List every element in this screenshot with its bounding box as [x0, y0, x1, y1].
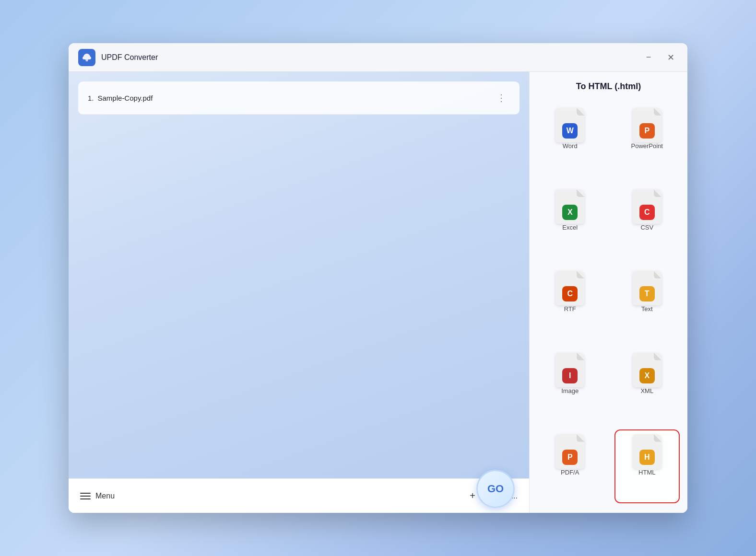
- go-button[interactable]: GO: [476, 470, 515, 508]
- file-icon-rtf: C: [555, 271, 584, 305]
- file-badge-pdfa: P: [562, 450, 578, 465]
- format-item-text[interactable]: T Text: [614, 266, 680, 340]
- format-label-ppt: PowerPoint: [631, 142, 663, 150]
- file-number: 1.: [88, 94, 94, 102]
- file-badge-xml: X: [639, 368, 655, 383]
- file-badge-ppt: P: [639, 123, 655, 139]
- hamburger-icon: [80, 493, 91, 499]
- title-bar: UPDF Converter − ✕: [69, 43, 687, 72]
- app-window: UPDF Converter − ✕ 1. Sample-Copy.pdf ⋮: [69, 43, 687, 513]
- minimize-button[interactable]: −: [641, 50, 656, 65]
- file-name: Sample-Copy.pdf: [98, 94, 493, 102]
- file-badge-html: H: [639, 450, 655, 465]
- format-item-word[interactable]: W Word: [537, 103, 603, 177]
- format-label-rtf: RTF: [564, 305, 576, 313]
- file-list: 1. Sample-Copy.pdf ⋮: [78, 81, 520, 115]
- close-button[interactable]: ✕: [663, 50, 678, 65]
- plus-icon: +: [470, 490, 475, 501]
- format-grid: W Word P PowerPoint X Excel C CSV C RTF …: [537, 103, 680, 503]
- format-item-html[interactable]: H HTML: [614, 429, 680, 503]
- format-label-pdfa: PDF/A: [561, 469, 579, 476]
- format-label-image: Image: [561, 387, 579, 394]
- file-options-button[interactable]: ⋮: [493, 90, 510, 105]
- file-icon-word: W: [555, 108, 584, 142]
- file-icon-csv: C: [633, 189, 662, 224]
- app-title: UPDF Converter: [101, 53, 641, 62]
- format-label-html: HTML: [638, 469, 655, 476]
- format-label-csv: CSV: [640, 224, 653, 231]
- format-label-text: Text: [641, 305, 653, 313]
- file-icon-pdfa: P: [555, 434, 584, 469]
- file-icon-text: T: [633, 271, 662, 305]
- file-icon-image: I: [555, 353, 584, 387]
- format-item-xml[interactable]: X XML: [614, 348, 680, 422]
- format-item-ppt[interactable]: P PowerPoint: [614, 103, 680, 177]
- file-badge-image: I: [562, 368, 578, 383]
- hamburger-line-2: [80, 496, 91, 497]
- left-outer-wrapper: 1. Sample-Copy.pdf ⋮ Menu: [69, 72, 529, 513]
- file-badge-rtf: C: [562, 286, 578, 301]
- window-controls: − ✕: [641, 50, 678, 65]
- hamburger-line-3: [80, 498, 91, 499]
- file-badge-csv: C: [639, 205, 655, 220]
- file-badge-text: T: [639, 286, 655, 301]
- panel-title: To HTML (.html): [537, 81, 680, 92]
- file-icon-ppt: P: [633, 108, 662, 142]
- format-label-word: Word: [563, 142, 578, 150]
- menu-label: Menu: [95, 492, 115, 500]
- format-item-image[interactable]: I Image: [537, 348, 603, 422]
- format-item-rtf[interactable]: C RTF: [537, 266, 603, 340]
- main-content: 1. Sample-Copy.pdf ⋮ Menu: [69, 72, 687, 513]
- go-label: GO: [487, 483, 504, 495]
- right-panel: To HTML (.html) W Word P PowerPoint X Ex…: [529, 72, 687, 513]
- format-item-excel[interactable]: X Excel: [537, 185, 603, 258]
- format-item-csv[interactable]: C CSV: [614, 185, 680, 258]
- file-icon-xml: X: [633, 353, 662, 387]
- file-icon-html: H: [633, 434, 662, 469]
- format-label-excel: Excel: [562, 224, 578, 231]
- format-label-xml: XML: [640, 387, 653, 394]
- format-item-pdfa[interactable]: P PDF/A: [537, 429, 603, 503]
- app-logo: [78, 49, 95, 66]
- file-icon-excel: X: [555, 189, 584, 224]
- hamburger-line-1: [80, 493, 91, 494]
- file-item: 1. Sample-Copy.pdf ⋮: [78, 81, 520, 115]
- bottom-bar: Menu + Add Files... GO: [69, 478, 529, 513]
- menu-button[interactable]: Menu: [80, 492, 115, 500]
- left-panel: 1. Sample-Copy.pdf ⋮: [69, 72, 529, 478]
- file-badge-word: W: [562, 123, 578, 139]
- file-badge-excel: X: [562, 205, 578, 220]
